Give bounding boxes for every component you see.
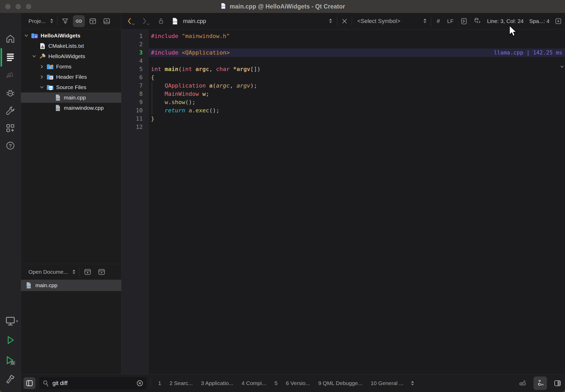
go-back-button[interactable] — [125, 15, 134, 27]
close-panel-top-button[interactable] — [101, 17, 112, 25]
document-combo-arrows-icon[interactable] — [328, 18, 333, 25]
clear-search-icon[interactable] — [136, 380, 143, 387]
symbol-selector[interactable]: <Select Symbol> — [357, 18, 400, 25]
mode-sidebar: ? — [0, 13, 21, 392]
chevron-down-icon[interactable] — [23, 33, 30, 38]
toggle-right-sidebar-button[interactable] — [554, 379, 561, 387]
file-lock-icon[interactable] — [158, 18, 165, 25]
link-with-editor-button[interactable] — [73, 15, 85, 27]
go-forward-button[interactable] — [140, 15, 149, 27]
line-number[interactable]: 8 — [121, 90, 149, 98]
tree-item-main-cpp[interactable]: C++main.cpp — [21, 92, 121, 103]
pane-combo-arrows-icon[interactable] — [410, 380, 415, 387]
code-line[interactable]: #include <QApplication> — [151, 49, 565, 57]
split-panel-button[interactable] — [82, 268, 93, 276]
line-number[interactable]: 3 — [121, 49, 149, 57]
line-number[interactable]: 1 — [121, 32, 149, 40]
toggle-left-sidebar-button[interactable] — [24, 377, 35, 389]
maximize-output-pane-icon[interactable] — [518, 380, 527, 387]
panel-combo-arrows-icon[interactable] — [72, 269, 76, 276]
tree-item-cmakelists-txt[interactable]: CMakeLists.txt — [21, 41, 121, 51]
chevron-right-icon[interactable] — [39, 74, 45, 80]
tree-item-helloaiwidgets[interactable]: ⚙HelloAiWidgets — [21, 30, 121, 41]
output-pane-button-3[interactable]: 3 Applicatio... — [197, 375, 238, 392]
close-panel-bottom-button[interactable] — [96, 268, 107, 276]
line-number[interactable]: 6 — [121, 73, 149, 82]
locator-search[interactable] — [39, 377, 147, 389]
symbol-combo-arrows-icon[interactable] — [423, 18, 427, 25]
mode-projects[interactable] — [0, 103, 21, 119]
cpp-file-icon: C++ — [53, 94, 63, 101]
line-number-toggle[interactable]: # — [437, 18, 440, 25]
mode-design[interactable] — [0, 67, 21, 84]
line-number[interactable]: 9 — [121, 98, 149, 106]
cursor-position-indicator[interactable]: Line: 3, Col: 24 — [487, 18, 524, 24]
line-number[interactable]: 7 — [121, 82, 149, 90]
tree-item-mainwindow-cpp[interactable]: C++mainwindow.cpp — [21, 103, 121, 113]
search-icon[interactable] — [42, 380, 49, 387]
code-line[interactable] — [151, 57, 565, 65]
panel-combo-arrows-icon[interactable] — [49, 18, 54, 25]
output-pane-button-9[interactable]: 9 QML Debugge... — [314, 375, 367, 392]
run-debug-button[interactable] — [0, 353, 21, 369]
output-pane-button-4[interactable]: 4 Compi... — [238, 375, 271, 392]
open-documents-title[interactable]: Open Docume... — [28, 269, 68, 275]
indentation-indicator[interactable]: Spa...: 4 — [529, 18, 549, 24]
tree-item-forms[interactable]: Forms — [21, 61, 121, 72]
code-model-icon[interactable] — [473, 17, 481, 25]
forward-history-chevron-icon[interactable] — [147, 22, 150, 26]
output-pane-button-2[interactable]: 2 Searc... — [165, 375, 197, 392]
project-panel-title[interactable]: Proje... — [28, 18, 46, 24]
output-pane-button-1[interactable]: 1 — [154, 375, 165, 392]
code-line[interactable]: int main(int argc, char *argv[]) — [151, 65, 565, 73]
mode-debug[interactable] — [0, 85, 21, 102]
line-ending-selector[interactable]: LF — [447, 18, 454, 24]
code-line[interactable]: return a.exec(); — [151, 106, 565, 115]
code-area[interactable]: llama.cpp | 142.25 ms 123456789101112 #i… — [121, 29, 565, 374]
minimize-window-button[interactable] — [16, 4, 21, 9]
code-line[interactable] — [151, 123, 565, 131]
output-pane-button-6[interactable]: 6 Versio... — [282, 375, 314, 392]
tree-item-helloaiwidgets[interactable]: HelloAiWidgets — [21, 51, 121, 61]
chevron-right-icon[interactable] — [39, 64, 45, 69]
code-line[interactable]: { — [151, 73, 565, 82]
line-number[interactable]: 10 — [121, 106, 149, 115]
code-line[interactable]: #include "mainwindow.h" — [151, 32, 565, 40]
back-history-chevron-icon[interactable] — [132, 22, 135, 26]
line-number[interactable]: 2 — [121, 40, 149, 49]
code-line[interactable] — [151, 40, 565, 49]
code-text[interactable]: #include "mainwindow.h"#include <QApplic… — [149, 32, 565, 131]
build-button[interactable] — [0, 372, 21, 388]
code-line[interactable]: w.show(); — [151, 98, 565, 106]
close-window-button[interactable] — [5, 4, 11, 9]
filter-icon[interactable] — [60, 17, 71, 25]
split-editor-button[interactable] — [555, 18, 562, 25]
outline-icon[interactable] — [460, 18, 468, 25]
open-document-main-cpp[interactable]: C++main.cpp — [21, 280, 121, 291]
chevron-down-icon[interactable] — [39, 85, 45, 90]
mode-extensions[interactable] — [0, 120, 21, 137]
mode-welcome[interactable] — [0, 31, 21, 48]
line-number[interactable]: 4 — [121, 57, 149, 65]
output-pane-button-10[interactable]: 10 General ... — [367, 375, 408, 392]
mode-edit[interactable] — [0, 49, 21, 66]
run-button[interactable] — [0, 332, 21, 349]
open-file-tab[interactable]: main.cpp — [183, 18, 206, 25]
line-number[interactable]: 11 — [121, 115, 149, 123]
code-line[interactable]: QApplication a(argc, argv); — [151, 82, 565, 90]
code-line[interactable]: } — [151, 115, 565, 123]
tree-item-source-files[interactable]: C++Source Files — [21, 82, 121, 92]
zoom-window-button[interactable] — [26, 4, 31, 9]
search-input[interactable] — [52, 380, 134, 387]
cpp-assistant-button[interactable]: C++ — [533, 377, 547, 390]
line-number[interactable]: 12 — [121, 123, 149, 131]
line-number[interactable]: 5 — [121, 65, 149, 73]
output-pane-button-5[interactable]: 5 — [270, 375, 282, 392]
chevron-down-icon[interactable] — [31, 54, 37, 59]
code-line[interactable]: MainWindow w; — [151, 90, 565, 98]
split-panel-button[interactable] — [87, 17, 98, 25]
mode-help[interactable]: ? — [0, 138, 21, 154]
close-document-button[interactable] — [341, 18, 348, 24]
tree-item-header-files[interactable]: hHeader Files — [21, 72, 121, 82]
line-numbers[interactable]: 123456789101112 — [121, 32, 149, 131]
